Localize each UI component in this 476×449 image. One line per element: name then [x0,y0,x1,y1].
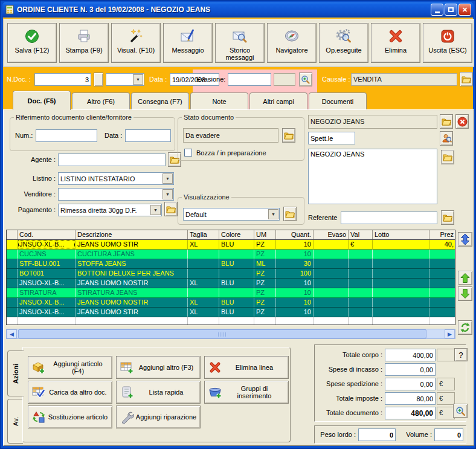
document-zoom-button[interactable] [453,404,468,418]
row-selector-cell[interactable] [7,298,18,307]
totale-corpo-input[interactable] [385,349,436,361]
column-header[interactable]: Prez [429,230,455,239]
scrollbar-thumb[interactable] [18,329,426,338]
row-down-button[interactable] [458,286,472,301]
maximize-button[interactable] [445,4,457,16]
ndoc-spin-button[interactable] [94,73,103,86]
bozza-checkbox[interactable] [184,149,192,157]
row-selector-cell[interactable] [7,288,18,297]
spese-spedizione-input[interactable] [385,378,436,390]
move-row-button[interactable] [458,232,472,247]
tab-documenti[interactable]: Documenti [309,92,367,110]
scroll-left-button[interactable]: ◀ [7,329,17,338]
totale-imposte-input[interactable] [385,392,436,405]
cliente-folder-button[interactable] [440,114,453,129]
volume-input[interactable] [434,428,463,441]
table-row[interactable]: JNSUO-XL-B...JEANS UOMO NOSTIRXLBLUPZ10 [7,279,455,288]
tab-altri-campi[interactable]: Altri campi [249,92,307,110]
table-row[interactable]: CUCJNSCUCITURA JEANSPZ10 [7,250,455,259]
toolbar-print-button[interactable]: Stampa (F9) [59,23,109,63]
tab-doc[interactable]: Doc. (F5) [13,91,71,110]
row-selector-cell[interactable] [7,279,18,288]
table-row[interactable]: STIRATURASTIRATURA JEANSPZ10 [7,288,455,298]
row-selector-cell[interactable] [7,308,18,317]
visualizzazione-folder-button[interactable] [283,207,297,221]
row-selector-cell[interactable] [7,259,18,268]
column-header[interactable]: Evaso [314,230,349,239]
pagamento-select[interactable]: Rimessa diretta 30gg D.F. ▼ [58,204,162,216]
column-header[interactable]: Val [349,230,373,239]
stato-group: Stato documento Da evadere Bozza / in pr… [178,114,304,161]
insert-groups-button[interactable]: Gruppi di inserimento [204,381,289,404]
add-repair-button[interactable]: Aggiungi riparazione [116,405,201,428]
address-folder-button[interactable] [441,150,454,164]
venditore-select[interactable]: ▼ [58,188,174,201]
load-from-doc-button[interactable]: Carica da altro doc. [28,381,112,404]
tab-note[interactable]: Note [190,92,248,110]
column-header[interactable]: Descrizione [76,230,188,239]
tab-consegna[interactable]: Consegna (F7) [131,92,189,110]
totals-help-button[interactable]: ? [454,348,468,361]
totale-documento-input[interactable] [385,407,436,419]
table-row[interactable]: BOT001BOTTONI DELUXE PER JEANSPZ100 [7,269,455,279]
causale-folder-button[interactable] [460,72,473,86]
table-row[interactable]: JNSUO-XL-B...JEANS UOMO STIRXLBLUPZ10 [7,308,455,317]
column-header[interactable]: UM [254,230,276,239]
toolbar-navigator-button[interactable]: Navigatore [267,23,317,63]
agente-input[interactable] [58,153,166,166]
row-up-button[interactable] [458,271,472,285]
delete-line-button[interactable]: Elimina linea [204,356,289,379]
cliente-address-area[interactable]: NEGOZIO JEANS [308,149,437,204]
add-article-button[interactable]: Aggiungi articolo (F4) [28,356,112,379]
listino-select[interactable]: LISTINO INTESTATARIO ▼ [58,172,174,185]
referente-input[interactable] [341,212,437,224]
scrollbar-track[interactable] [426,329,445,338]
tab-altro[interactable]: Altro (F6) [72,92,130,110]
scroll-right-button[interactable]: ▶ [445,329,455,338]
quick-list-button[interactable]: Lista rapida [116,381,201,404]
evasione-input[interactable] [228,73,271,86]
horizontal-scrollbar[interactable]: ◀ ▶ [6,329,455,339]
toolbar-exit-button[interactable]: Uscita (ESC) [423,23,472,63]
ndoc-series-select[interactable]: ▼ [106,73,144,86]
spettle-input[interactable] [308,132,355,144]
pagamento-folder-button[interactable] [164,202,178,216]
row-selector-cell[interactable] [7,250,18,259]
table-row[interactable]: STF-BLU.001STOFFA JEANSBLUML30 [7,259,455,269]
visualizzazione-select[interactable]: Default ▼ [183,208,280,221]
column-header[interactable]: Cod. [18,230,76,239]
cliente-remove-button[interactable] [455,114,469,129]
num-input[interactable] [36,129,97,142]
toolbar-message-button[interactable]: Messaggio [163,23,213,63]
minimize-button[interactable] [431,4,443,16]
stato-folder-button[interactable] [282,128,295,143]
toolbar-delete-button[interactable]: Elimina [371,23,420,63]
tab-azioni[interactable]: Azioni [7,350,24,396]
table-row[interactable]: JNSUO-XL-B...JEANS UOMO STIRXLBLUPZ10€40… [7,240,455,250]
peso-lordo-input[interactable] [358,428,396,441]
spese-incasso-input[interactable] [385,363,436,376]
column-header[interactable]: Colore [219,230,254,239]
toolbar-operations-button[interactable]: Op.eseguite [319,23,368,63]
row-selector-cell[interactable] [7,240,18,249]
row-selector-cell[interactable] [7,269,18,278]
toolbar-preview-button[interactable]: Visual. (F10) [111,23,161,63]
refresh-grid-button[interactable] [458,320,472,335]
column-header[interactable]: Quant. [276,230,314,239]
close-button[interactable]: ✕ [458,4,471,16]
rif-data-input[interactable] [125,129,171,142]
referente-folder-button[interactable] [441,210,454,225]
toolbar-message-history-button[interactable]: Storico messaggi [215,23,265,63]
replace-article-button[interactable]: Sostituzione articolo [28,405,112,428]
column-header[interactable]: Taglia [188,230,219,239]
table-row[interactable]: JNSUO-XL-B...JEANS UOMO NOSTIRXLBLUPZ10 [7,298,455,308]
table-header-row[interactable]: Cod.DescrizioneTagliaColoreUMQuant.Evaso… [7,230,455,240]
toolbar-save-button[interactable]: Salva (F12) [7,23,57,63]
tab-avanzate[interactable]: Av. [7,399,23,444]
contact-search-button[interactable] [440,131,453,146]
column-header[interactable]: Lotto [373,230,429,239]
evasione-zoom-button[interactable] [299,73,312,86]
ndoc-input[interactable] [34,73,91,86]
add-other-button[interactable]: Aggiungi altro (F3) [116,356,201,379]
folder-icon [166,205,176,213]
